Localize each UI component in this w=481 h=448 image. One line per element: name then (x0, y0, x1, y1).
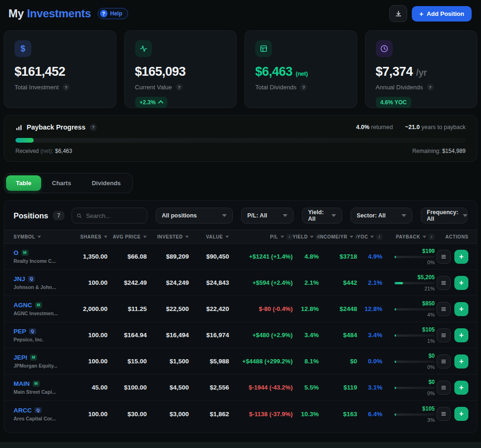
symbol-link[interactable]: PEP (14, 328, 26, 335)
sort-icon (225, 236, 229, 238)
actions-cell: + (435, 354, 468, 369)
shares-cell: 100.00 (72, 411, 108, 418)
menu-icon (441, 280, 446, 286)
help-button[interactable]: ? Help (98, 8, 128, 19)
payback-cell: $1051% (382, 326, 435, 344)
row-add-button[interactable]: + (454, 276, 468, 290)
payback-bar-fill (395, 361, 396, 363)
payback-bar-fill (395, 413, 396, 416)
symbol-link[interactable]: AGNC (14, 302, 32, 309)
question-icon[interactable]: ? (90, 124, 97, 131)
col-pl[interactable]: P/Li (229, 234, 293, 240)
change-badge: +2.3% (135, 97, 167, 108)
download-button[interactable] (389, 5, 407, 22)
row-menu-button[interactable] (437, 381, 451, 395)
table-row: MAINMMain Street Capi... 45.00 $100.00 $… (4, 375, 477, 401)
row-add-button[interactable]: + (454, 250, 468, 264)
row-menu-button[interactable] (437, 302, 451, 316)
symbol-link[interactable]: O (14, 249, 19, 256)
shares-cell: 100.00 (72, 279, 108, 286)
pl-cell: +$1241 (+1.4%) (229, 253, 293, 260)
col-shares[interactable]: SHARES (72, 234, 108, 239)
yield-cell: 4.8% (293, 253, 319, 260)
question-icon[interactable]: ? (427, 84, 434, 91)
stats-row: $ $161,452 Total Investment ? $165,093 C… (4, 30, 477, 108)
menu-icon (441, 385, 446, 390)
filter-yield[interactable]: Yield: All (302, 208, 342, 224)
symbol-link[interactable]: ARCC (14, 407, 32, 414)
returned-stat: 4.0% returned (356, 124, 393, 130)
clock-icon (376, 40, 393, 57)
value-cell: $16,974 (189, 332, 229, 339)
payback-row-track (395, 361, 435, 363)
menu-icon (441, 359, 446, 364)
invested-cell: $4,500 (147, 384, 189, 391)
filter-frequency[interactable]: Frequency: All (421, 208, 467, 224)
row-menu-button[interactable] (437, 250, 451, 264)
invested-cell: $89,209 (147, 253, 189, 260)
filter-pl[interactable]: P/L: All (241, 208, 294, 224)
question-icon[interactable]: ? (176, 84, 183, 91)
col-payback[interactable]: PAYBACKi (382, 234, 435, 240)
col-symbol[interactable]: SYMBOL (14, 234, 72, 239)
shares-cell: 45.00 (72, 384, 108, 391)
value-cell: $2,556 (189, 384, 229, 391)
symbol-link[interactable]: JNJ (14, 275, 25, 282)
question-icon[interactable]: ? (63, 84, 70, 91)
invested-cell: $1,500 (147, 358, 189, 365)
sort-icon (143, 236, 147, 238)
col-yield[interactable]: YIELDi (293, 234, 319, 240)
menu-icon (441, 306, 446, 312)
col-avg-price[interactable]: AVG PRICE (108, 234, 147, 239)
plus-icon: + (419, 10, 424, 17)
actions-cell: + (435, 276, 468, 290)
search-input[interactable] (85, 212, 142, 220)
row-menu-button[interactable] (437, 407, 451, 421)
yoc-cell: 6.4% (357, 411, 382, 418)
payback-bar-fill (395, 308, 396, 311)
symbol-link[interactable]: MAIN (14, 380, 30, 387)
yield-cell: 2.1% (293, 279, 319, 286)
avg-price-cell: $242.49 (108, 279, 147, 286)
sort-icon (350, 236, 353, 238)
row-add-button[interactable]: + (454, 328, 468, 342)
payback-title: Payback Progress (27, 123, 86, 131)
shares-cell: 2,000.00 (72, 305, 108, 312)
row-add-button[interactable]: + (454, 302, 468, 316)
col-value[interactable]: VALUE (189, 234, 229, 239)
add-position-button[interactable]: + Add Position (412, 6, 472, 22)
filter-all-positions[interactable]: All positions (156, 208, 233, 224)
payback-row-track (395, 256, 435, 258)
symbol-link[interactable]: JEPI (14, 354, 27, 361)
filter-sector[interactable]: Sector: All (351, 208, 412, 224)
income-cell: $2448 (319, 305, 357, 312)
col-yoc[interactable]: YOCi (357, 234, 382, 240)
sort-icon (104, 236, 108, 238)
tab-charts[interactable]: Charts (42, 175, 81, 191)
question-icon[interactable]: ? (300, 84, 307, 91)
search-box[interactable] (72, 208, 147, 224)
company-name: Johnson & John... (14, 284, 72, 290)
payback-cell: $8504% (382, 300, 435, 318)
invested-cell: $3,000 (147, 411, 189, 418)
frequency-badge: Q (28, 276, 35, 282)
row-add-button[interactable]: + (454, 354, 468, 369)
tab-dividends[interactable]: Dividends (82, 175, 130, 191)
view-tabs: Table Charts Dividends (4, 173, 133, 193)
company-name: Pepsico, Inc. (14, 337, 72, 342)
years-to-payback-stat: ~21.0 years to payback (405, 124, 466, 130)
download-icon (395, 10, 402, 17)
row-menu-button[interactable] (437, 354, 451, 369)
row-menu-button[interactable] (437, 328, 451, 342)
avg-price-cell: $15.00 (108, 358, 147, 365)
invested-cell: $24,249 (147, 279, 189, 286)
bottom-strip (0, 442, 481, 448)
row-add-button[interactable]: + (454, 407, 468, 421)
tab-table[interactable]: Table (6, 175, 41, 191)
col-income-yr[interactable]: INCOME/YRi (319, 234, 357, 240)
yoc-cell: 3.1% (357, 384, 382, 391)
sort-icon (310, 236, 314, 238)
row-menu-button[interactable] (437, 276, 451, 290)
row-add-button[interactable]: + (454, 381, 468, 395)
col-invested[interactable]: INVESTED (147, 234, 189, 239)
